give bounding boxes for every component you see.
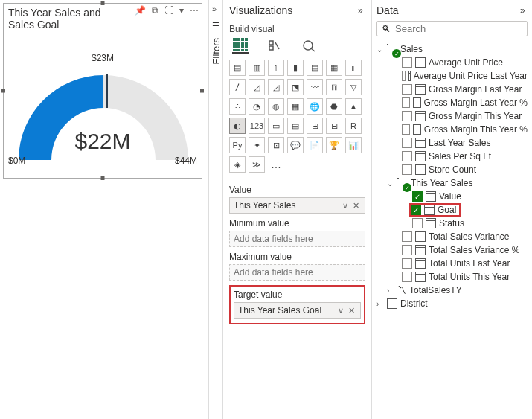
search-field[interactable] [395,23,522,34]
field-item[interactable]: Status [439,218,464,228]
viz-type-azure-map[interactable]: ▲ [345,98,362,115]
chevron-right-icon[interactable]: » [520,5,528,16]
viz-type-paginated[interactable]: 🏆 [326,137,342,153]
checkbox[interactable] [412,218,423,228]
viz-type-clustered-column[interactable]: ▮ [287,60,304,76]
viz-type-donut[interactable]: ◍ [268,98,284,115]
viz-type-narrative[interactable]: 📄 [307,137,323,153]
viz-type-more[interactable]: ≫ [249,156,265,173]
filter-icon[interactable]: ▾ [178,5,185,16]
viz-type-power-apps[interactable]: 📊 [345,137,362,153]
table-district[interactable]: District [400,298,428,309]
checkbox[interactable]: ✓ [412,191,423,202]
viz-type-ellipsis[interactable]: … [268,156,284,173]
gauge-visual[interactable]: 📌 ⧉ ⛶ ▾ ⋯ This Year Sales and Sales Goal… [3,3,202,179]
viz-type-qa[interactable]: 💬 [287,137,304,153]
viz-type-pie[interactable]: ◔ [249,98,265,115]
field-item[interactable]: Value [439,191,461,202]
target-well[interactable]: This Year Sales Goal ∨✕ [234,302,361,319]
checkbox[interactable] [402,111,412,121]
viz-type-map[interactable]: 🌐 [307,98,323,115]
checkbox[interactable]: ✓ [411,205,421,215]
remove-icon[interactable]: ✕ [353,201,359,211]
viz-type-power-automate[interactable]: ◈ [229,156,246,173]
build-visual-tab[interactable] [232,37,249,54]
checkbox[interactable] [402,57,412,68]
field-item[interactable]: Gross Margin This Year % [424,124,528,135]
checkbox[interactable] [402,97,410,108]
max-well[interactable]: Add data fields here [229,264,365,281]
field-item[interactable]: Sales Per Sq Ft [429,151,491,161]
viz-type-clustered-bar[interactable]: ▥ [249,60,265,76]
checkbox[interactable] [402,124,410,135]
viz-type-funnel[interactable]: ▽ [345,79,362,95]
viz-type-kpi[interactable]: ▭ [268,118,284,134]
viz-type-card[interactable]: 123 [249,118,265,134]
checkbox[interactable] [402,164,412,175]
viz-type-area[interactable]: ◿ [249,79,265,95]
viz-type-stacked-bar[interactable]: ▤ [229,60,246,76]
min-well[interactable]: Add data fields here [229,231,365,247]
viz-type-stacked-column[interactable]: ⫿ [268,60,284,76]
chevron-right-icon[interactable]: › [387,287,394,295]
table-sales[interactable]: Sales [400,44,423,54]
copy-icon[interactable]: ⧉ [150,5,160,16]
filters-panel-collapsed[interactable]: » ☰ Filters [208,0,223,419]
chevron-down-icon[interactable]: ∨ [338,306,344,316]
kpi-this-year-sales[interactable]: This Year Sales [411,178,472,188]
remove-icon[interactable]: ✕ [348,306,355,316]
viz-type-clustered-column-100[interactable]: ▦ [326,60,342,76]
viz-type-slicer[interactable]: ▤ [287,118,304,134]
viz-type-line-column[interactable]: ⫾ [345,60,362,76]
field-item[interactable]: Average Unit Price Last Year [414,71,528,81]
viz-type-python[interactable]: Py [229,137,246,153]
field-item[interactable]: Gross Margin Last Year [429,84,522,95]
viz-type-key-influencers[interactable]: ✦ [249,137,265,153]
chevron-down-icon[interactable]: ∨ [342,201,348,211]
viz-type-stacked-bar-100[interactable]: ▤ [307,60,323,76]
pin-icon[interactable]: 📌 [133,5,147,16]
viz-type-scatter[interactable]: ∴ [229,98,246,115]
chevron-down-icon[interactable]: ⌄ [387,179,394,188]
viz-type-table[interactable]: ⊞ [307,118,323,134]
checkbox[interactable] [402,151,412,161]
checkbox[interactable] [402,231,412,242]
viz-type-ribbon[interactable]: 〰 [307,79,323,95]
field-item[interactable]: Total Sales Variance [429,231,510,242]
viz-type-gauge[interactable]: ◐ [229,118,246,134]
search-input[interactable]: 🔍︎ [376,21,528,36]
chevron-right-icon[interactable]: » [358,5,365,16]
chevron-right-icon[interactable]: › [376,300,384,308]
field-item[interactable]: Store Count [429,164,476,175]
checkbox[interactable] [402,84,412,95]
checkbox[interactable] [402,138,412,148]
viz-type-waterfall[interactable]: ⩎ [326,79,342,95]
viz-type-filled-map[interactable]: ⬣ [326,98,342,115]
viz-type-matrix[interactable]: ⊟ [326,118,342,134]
checkbox[interactable] [402,245,412,255]
viz-type-r[interactable]: R [345,118,362,134]
field-item[interactable]: Total Units This Year [429,272,510,282]
field-item[interactable]: Total Units Last Year [429,258,510,269]
field-item[interactable]: Total Sales Variance % [429,245,520,255]
viz-type-stacked-area[interactable]: ◿ [268,79,284,95]
viz-type-line-column2[interactable]: ⬔ [287,79,304,95]
format-visual-tab[interactable] [266,37,283,54]
checkbox[interactable] [402,71,406,81]
value-well[interactable]: This Year Sales ∨✕ [229,197,365,214]
field-item[interactable]: TotalSalesTY [409,285,462,295]
field-item[interactable]: Average Unit Price [429,57,503,68]
checkbox[interactable] [402,258,412,269]
analytics-tab[interactable] [301,37,317,54]
checkbox[interactable] [402,272,412,282]
field-item[interactable]: Last Year Sales [429,138,490,148]
chevron-down-icon[interactable]: ⌄ [376,45,384,54]
viz-type-treemap[interactable]: ▦ [287,98,304,115]
more-icon[interactable]: ⋯ [188,5,200,16]
viz-type-line[interactable]: 〳 [229,79,246,95]
field-item[interactable]: Gross Margin Last Year % [424,97,528,108]
viz-type-decomp[interactable]: ⊡ [268,137,284,153]
focus-icon[interactable]: ⛶ [163,5,175,16]
field-item[interactable]: Gross Margin This Year [429,111,522,121]
field-item[interactable]: Goal [438,205,456,215]
